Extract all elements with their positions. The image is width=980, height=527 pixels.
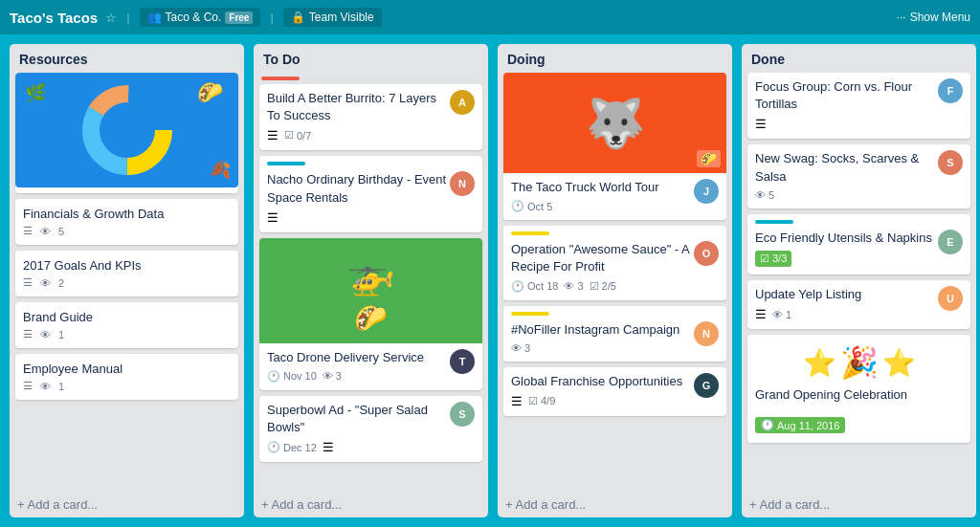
eye-icon: 👁 [755, 189, 766, 201]
org-switcher[interactable]: 👥 Taco & Co. Free [140, 8, 261, 27]
card-awesome-sauce[interactable]: Operation "Awesome Sauce" - A Recipe For… [503, 226, 726, 299]
add-card-done[interactable]: + Add a card... [742, 492, 976, 517]
date-done-badge: 🕐 Aug 11, 2016 [755, 417, 845, 433]
column-body-done: Focus Group: Corn vs. Flour Tortillas ☰ … [742, 73, 976, 492]
column-doing: Doing 🐺 🌮 The Taco Truck World Tour 🕐 [498, 44, 732, 517]
svg-point-3 [106, 109, 148, 151]
card-nacho[interactable]: Nacho Ordinary Birthday - Event Space Re… [259, 156, 482, 231]
card-eco[interactable]: Eco Friendly Utensils & Napkins ☑ 3/3 E [747, 214, 970, 274]
card-superbowl[interactable]: Superbowl Ad - "Super Salad Bowls" 🕐 Dec… [259, 396, 482, 462]
card-celebration[interactable]: ⭐ 🎉 ⭐ Grand Opening Celebration 🕐 Aug 11… [747, 335, 970, 443]
card-avatar: J [694, 179, 719, 204]
visibility-label: Team Visible [309, 11, 374, 24]
org-name: Taco & Co. [166, 11, 222, 24]
resource-card-brand[interactable]: Brand Guide ☰ 👁 1 [15, 302, 238, 348]
card-title: New Swag: Socks, Scarves & Salsa [755, 150, 938, 185]
checklist-meta: ☑ 2/5 [590, 280, 616, 293]
eye-icon: 👁 [323, 370, 333, 382]
clock-icon: 🕐 [511, 200, 524, 212]
date-meta: 🕐 Dec 12 [267, 441, 317, 453]
eye-icon: 👁 [564, 280, 574, 292]
card-title: Grand Opening Celebration [755, 386, 963, 404]
clock-icon: 🕐 [761, 419, 774, 431]
column-todo: To Do Build A Better Burrito: 7 Layers T… [254, 44, 488, 517]
card-instagram[interactable]: #NoFiller Instagram Campaign 👁 3 N [503, 306, 726, 362]
card-title: Superbowl Ad - "Super Salad Bowls" [267, 402, 450, 436]
resource-meta: ☰ 👁 5 [23, 225, 231, 237]
column-done: Done Focus Group: Corn vs. Flour Tortill… [742, 44, 976, 517]
eye-icon: 👁 [40, 381, 51, 392]
eye-meta: 👁 3 [564, 280, 583, 292]
show-menu-button[interactable]: ··· Show Menu [897, 11, 970, 24]
card-title: Global Franchise Opportunities [511, 373, 694, 390]
card-truck-tour[interactable]: 🐺 🌮 The Taco Truck World Tour 🕐 Oct 5 [503, 73, 726, 220]
checklist-count: 2/5 [602, 280, 616, 292]
card-drone[interactable]: 🚁 🌮 Taco Drone Delivery Service 🕐 Nov 10 [259, 238, 482, 390]
eye-meta: 👁 3 [323, 370, 342, 382]
add-card-doing[interactable]: + Add a card... [498, 492, 732, 517]
lines-icon: ☰ [323, 440, 334, 454]
card-focus-group[interactable]: Focus Group: Corn vs. Flour Tortillas ☰ … [747, 73, 970, 139]
free-badge: Free [225, 11, 253, 24]
resource-meta: ☰ 👁 1 [23, 380, 231, 392]
resource-title: Financials & Growth Data [23, 207, 231, 221]
card-avatar: A [450, 90, 475, 115]
card-title: Nacho Ordinary Birthday - Event Space Re… [267, 171, 450, 206]
star-icon[interactable]: ☆ [105, 11, 117, 25]
column-resources: Resources 🌮 🍂 🌿 [10, 44, 244, 517]
card-yelp[interactable]: Update Yelp Listing ☰ 👁 1 U [747, 280, 970, 329]
date-meta: 🕐 Nov 10 [267, 370, 317, 383]
card-title: #NoFiller Instagram Campaign [511, 321, 694, 339]
card-meta: 👁 3 [511, 342, 694, 354]
clock-icon: 🕐 [267, 370, 280, 383]
card-avatar: U [938, 286, 963, 311]
lines-icon: ☰ [755, 117, 767, 131]
card-avatar: F [938, 78, 963, 103]
resource-card-goals[interactable]: 2017 Goals And KPIs ☰ 👁 2 [15, 251, 238, 296]
lines-icon: ☰ [23, 380, 33, 392]
card-burrito[interactable]: Build A Better Burrito: 7 Layers To Succ… [259, 84, 482, 150]
star-decoration: ⭐ 🎉 ⭐ [755, 344, 963, 381]
card-avatar: N [450, 171, 475, 196]
eye-icon: 👁 [772, 309, 783, 320]
card-meta: ☰ ☑ 4/9 [511, 394, 694, 408]
add-card-resources[interactable]: + Add a card... [10, 492, 244, 517]
resource-title: 2017 Goals And KPIs [23, 258, 231, 273]
lines-icon: ☰ [23, 276, 33, 289]
resource-meta: ☰ 👁 1 [23, 328, 231, 340]
check-icon: ☑ [284, 129, 294, 142]
column-body-doing: 🐺 🌮 The Taco Truck World Tour 🕐 Oct 5 [498, 73, 732, 492]
menu-label: Show Menu [910, 11, 970, 24]
card-franchise[interactable]: Global Franchise Opportunities ☰ ☑ 4/9 G [503, 367, 726, 416]
column-body-todo: Build A Better Burrito: 7 Layers To Succ… [254, 73, 488, 492]
lines-icon: ☰ [267, 210, 278, 225]
menu-dots: ··· [897, 11, 906, 24]
check-icon: ☑ [590, 280, 599, 293]
eye-count: 1 [58, 329, 64, 340]
app-title[interactable]: Taco's Tacos [10, 10, 98, 26]
eye-count: 1 [58, 381, 64, 392]
column-title-done: Done [742, 44, 976, 73]
card-meta: 🕐 Nov 10 👁 3 [267, 370, 450, 383]
checklist-count: 0/7 [297, 130, 311, 142]
checklist-count: 4/9 [541, 395, 555, 406]
card-meta: 👁 5 [755, 189, 938, 201]
check-icon: ☑ [760, 253, 769, 265]
column-body-resources: 🌮 🍂 🌿 Financials & Growth Data ☰ 👁 [10, 73, 244, 492]
card-title: Eco Friendly Utensils & Napkins [755, 230, 938, 247]
celebration-emoji: 🎉 [840, 344, 879, 381]
resource-meta: ☰ 👁 2 [23, 276, 231, 289]
card-swag[interactable]: New Swag: Socks, Scarves & Salsa 👁 5 S [747, 144, 970, 208]
card-date: Oct 5 [527, 201, 552, 212]
resource-card-financials[interactable]: Financials & Growth Data ☰ 👁 5 [15, 199, 238, 245]
donut-chart-card[interactable]: 🌮 🍂 🌿 [15, 73, 238, 193]
resource-card-manual[interactable]: Employee Manual ☰ 👁 1 [15, 354, 238, 400]
card-meta: ☰ ☑ 0/7 [267, 128, 450, 143]
eye-meta: 👁 1 [772, 309, 791, 320]
add-card-todo[interactable]: + Add a card... [254, 492, 488, 517]
eye-icon: 👁 [40, 329, 51, 340]
visibility-button[interactable]: 🔒 Team Visible [283, 8, 382, 27]
check-icon: ☑ [528, 395, 538, 407]
resource-title: Brand Guide [23, 310, 231, 324]
checklist-count: 3/3 [772, 253, 787, 264]
